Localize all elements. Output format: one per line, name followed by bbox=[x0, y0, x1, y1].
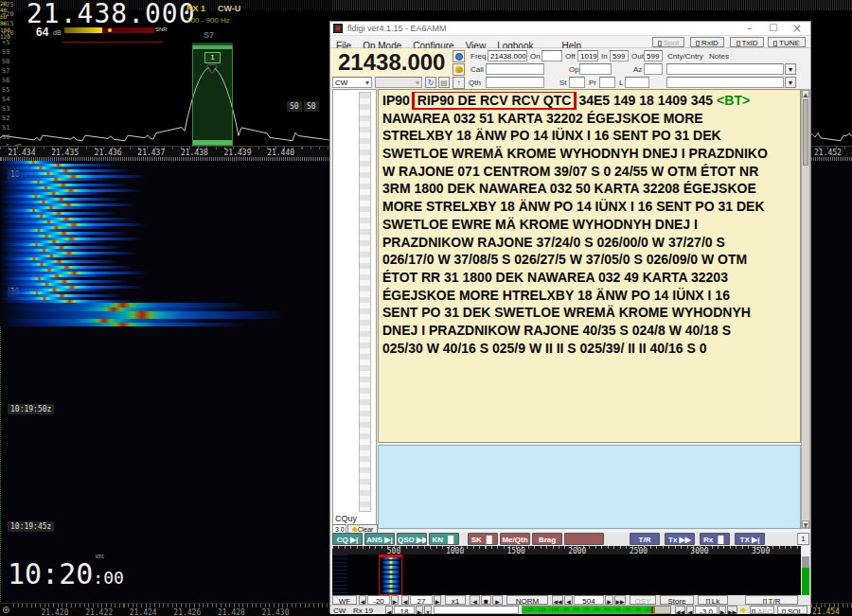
pr-field[interactable] bbox=[599, 77, 615, 88]
call-field[interactable] bbox=[486, 63, 544, 75]
arrow-right-icon[interactable]: ▶ bbox=[492, 595, 503, 605]
macro-button-qso[interactable]: QSO ▶▶ bbox=[397, 533, 427, 545]
tune-indicator-icon: ◆ bbox=[740, 606, 746, 614]
fldigi-waterfall[interactable] bbox=[332, 554, 801, 595]
submode-selector[interactable]: ▾ bbox=[375, 77, 422, 88]
arrow-left-icon[interactable]: ◀ bbox=[564, 595, 573, 605]
scroll-up-icon[interactable]: ▲ bbox=[802, 90, 809, 97]
macro-button-brag[interactable]: Brag bbox=[532, 533, 562, 545]
macro-button-cq[interactable]: CQ ▶| bbox=[332, 533, 363, 545]
clear-fields-icon[interactable] bbox=[453, 63, 465, 76]
country-dropdown-icon[interactable]: ▾ bbox=[785, 63, 796, 75]
wf-mode-button[interactable]: WF bbox=[332, 595, 357, 605]
spot-button[interactable]: Spot bbox=[652, 37, 684, 47]
rx-text-area[interactable]: IP90RIP90 DE RCV RCV QTC34E5 149 18 1409… bbox=[378, 89, 801, 443]
macro-button-tx[interactable]: TX ▶| bbox=[735, 533, 765, 545]
arrow-left-icon[interactable]: ◀ bbox=[470, 595, 480, 605]
tx-text-area[interactable] bbox=[378, 445, 801, 529]
macro-button-rx[interactable]: Rx ▐▌ bbox=[700, 533, 730, 545]
mode-selector[interactable]: CW▾ bbox=[332, 77, 372, 88]
wf-speed-button[interactable]: NORM bbox=[506, 595, 548, 605]
vfo-frequency[interactable]: 21.438.000 bbox=[27, 0, 196, 29]
double-arrow-right-icon[interactable]: ▶▶ bbox=[614, 595, 626, 605]
macro-button-t-r[interactable]: T/R bbox=[630, 533, 660, 545]
tx-offset-value[interactable]: -3.0 bbox=[695, 606, 718, 614]
macro-button-ans[interactable]: ANS ▶| bbox=[364, 533, 395, 545]
off-field[interactable]: 1019 bbox=[577, 50, 598, 62]
arrow-left-icon[interactable]: ◀ bbox=[686, 606, 694, 614]
frequency-label: 21.452 bbox=[814, 149, 842, 157]
rxid-button[interactable]: RxID bbox=[690, 37, 724, 47]
status-mode[interactable]: CW bbox=[333, 607, 346, 615]
arrow-left-icon[interactable]: ◀ bbox=[401, 595, 409, 605]
filter-marker-box: 1 bbox=[204, 52, 221, 63]
locator-dropdown-icon[interactable]: ▾ bbox=[785, 77, 796, 88]
double-arrow-left-icon[interactable]: ◀◀ bbox=[675, 606, 685, 614]
maximize-button[interactable]: □ bbox=[769, 22, 777, 32]
reset-icon[interactable]: ↻ bbox=[425, 77, 436, 88]
wf-cursor-box[interactable] bbox=[379, 554, 402, 595]
arrow-right-icon[interactable]: ▶ bbox=[605, 595, 613, 605]
op-field[interactable] bbox=[579, 63, 612, 75]
locator-field[interactable] bbox=[666, 77, 784, 88]
browser-squelch-slider[interactable] bbox=[359, 92, 371, 512]
title-bar[interactable]: fldigi ver4.1.15 - EA6AMM – □ × bbox=[330, 22, 810, 36]
lookup-globe-icon[interactable] bbox=[453, 50, 465, 62]
arrow-right-icon[interactable]: ▶ bbox=[434, 595, 441, 605]
in-field[interactable]: 599 bbox=[610, 50, 629, 62]
macro-button-tx[interactable]: Tx ▶▶ bbox=[665, 533, 695, 545]
lock-button[interactable]: Lk bbox=[698, 595, 728, 605]
tr-button[interactable]: T/R bbox=[745, 595, 798, 605]
chevron-down-icon[interactable]: ▾ bbox=[424, 606, 432, 614]
arrow-right-icon[interactable]: ▶ bbox=[719, 606, 726, 614]
cnty-label[interactable]: Cnty/Cntry bbox=[667, 52, 703, 61]
rx-scrollbar[interactable]: ▲ ▼ bbox=[801, 89, 810, 529]
scroll-down-icon[interactable]: ▼ bbox=[802, 520, 809, 528]
zoom-button[interactable]: ⊕ bbox=[2, 605, 9, 615]
minimize-button[interactable]: – bbox=[747, 22, 753, 34]
arrow-right-icon[interactable]: ▶ bbox=[391, 595, 399, 605]
tune-button[interactable]: TUNE bbox=[768, 37, 806, 47]
l-field[interactable] bbox=[625, 77, 649, 88]
txid-button[interactable]: TxID bbox=[730, 37, 764, 47]
macro-button-blank[interactable] bbox=[564, 533, 604, 545]
snr-label: SNR bbox=[155, 26, 168, 32]
afc-button[interactable]: AFC bbox=[750, 606, 774, 614]
fldigi-window[interactable]: fldigi ver4.1.15 - EA6AMM – □ × FileOp M… bbox=[329, 21, 811, 613]
country-field[interactable] bbox=[666, 63, 784, 75]
wf-zoom-button[interactable]: x1 bbox=[445, 595, 466, 605]
arrow-left-icon[interactable]: ◀ bbox=[385, 606, 393, 614]
wf-range-value[interactable]: 27 bbox=[410, 595, 433, 605]
store-button[interactable]: Store bbox=[660, 595, 694, 605]
scrollbar-thumb[interactable] bbox=[803, 99, 808, 166]
freq-field[interactable]: 21438.000 bbox=[488, 50, 527, 62]
logbook-icon[interactable]: ▤ bbox=[438, 77, 450, 88]
wpm-value[interactable]: 18 bbox=[394, 606, 415, 614]
out-field[interactable]: 599 bbox=[644, 50, 663, 62]
macro-button-kn[interactable]: KN ▐▌ bbox=[429, 533, 459, 545]
close-button[interactable]: × bbox=[792, 22, 802, 35]
arrow-left-icon[interactable]: ◀ bbox=[359, 595, 366, 605]
carrier-frequency[interactable]: 504 bbox=[574, 595, 604, 605]
frequency-display[interactable]: 21438.000 bbox=[338, 49, 445, 76]
notes-label[interactable]: Notes bbox=[709, 52, 729, 61]
qth-field[interactable] bbox=[486, 77, 544, 88]
mode-label[interactable]: CW-U bbox=[218, 4, 240, 13]
rx-filter-band[interactable]: 1 bbox=[192, 43, 233, 146]
save-qso-icon[interactable]: ↑ bbox=[453, 77, 465, 89]
az-field[interactable] bbox=[644, 63, 663, 75]
double-arrow-left-icon[interactable]: ◀◀ bbox=[552, 595, 563, 605]
sql-button[interactable]: SQL bbox=[777, 606, 808, 614]
macro-bar: 1 CQ ▶|ANS ▶|QSO ▶▶KN ▐▌SK ▐▌Me/QthBragT… bbox=[330, 533, 810, 546]
st-field[interactable] bbox=[569, 77, 585, 88]
wf-stop-button[interactable]: ■ bbox=[481, 595, 491, 605]
double-arrow-right-icon[interactable]: ▶▶ bbox=[727, 606, 737, 614]
qsy-button[interactable]: QSY bbox=[630, 595, 656, 605]
waterfall-signal-burst bbox=[0, 323, 246, 326]
on-field[interactable] bbox=[541, 50, 562, 62]
macro-pager-button[interactable]: 1 bbox=[797, 533, 809, 545]
wf-lower-value[interactable]: -20 bbox=[367, 595, 390, 605]
macro-button-me-qth[interactable]: Me/Qth bbox=[500, 533, 530, 545]
arrow-right-icon[interactable]: ▶ bbox=[416, 606, 423, 614]
macro-button-sk[interactable]: SK ▐▌ bbox=[468, 533, 498, 545]
